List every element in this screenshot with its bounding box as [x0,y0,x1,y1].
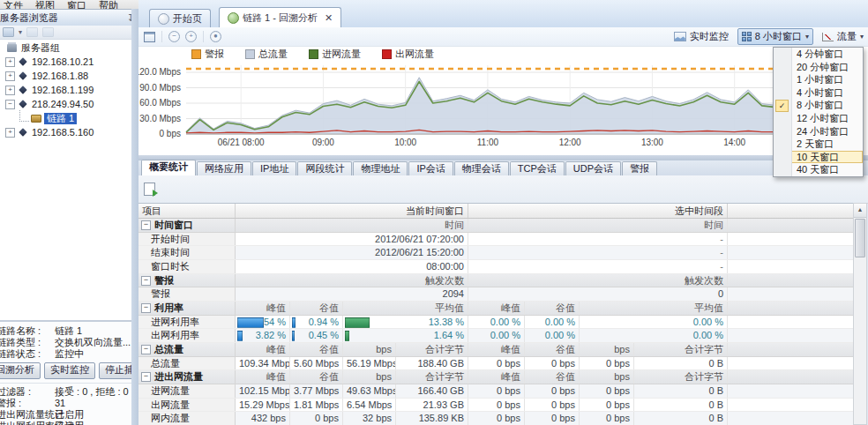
vertical-scrollbar[interactable]: ▲ [853,203,867,425]
table-row[interactable]: 警报20940 [138,287,853,302]
menu-item-4分钟窗口[interactable]: 4 分钟窗口 [774,48,863,61]
col-header-selected-range[interactable]: 选中时间段 [468,204,728,218]
menu-item-40天窗口[interactable]: 40 天窗口 [774,163,863,176]
cell-current: 21.93 GB [396,399,468,412]
table-group-row[interactable]: −利用率峰值谷值平均值峰值谷值平均值 [138,302,853,316]
col-header-filler [728,204,853,218]
tab-udp-session[interactable]: UDP会话 [565,161,621,175]
retro-analysis-button[interactable]: 回溯分析 [0,362,41,379]
cell-current: 谷值 [290,302,343,315]
menu-item-20分钟窗口[interactable]: 20 分钟窗口 [774,61,863,74]
cell-filler [728,302,853,315]
tree-root-server-group[interactable]: 服务器组 [0,41,131,55]
col-header-item[interactable]: 项目 [138,204,236,218]
row-label: 进网利用率 [138,316,236,329]
tab-alarms[interactable]: 警报 [622,161,657,175]
chevron-down-icon[interactable]: ▾ [19,28,22,36]
collapse-icon[interactable]: − [141,220,151,230]
tab-tcp-session[interactable]: TCP会话 [510,161,565,175]
menu-window[interactable]: 窗口 [67,0,86,9]
tab-mac-session[interactable]: 物理会话 [454,161,509,175]
collapse-icon[interactable]: − [141,345,151,354]
table-row[interactable]: 进网流量102.15 Mbps3.77 Mbps49.63 Mbps166.40… [138,384,853,399]
realtime-monitor-button[interactable]: 实时监控 [44,362,95,379]
date-range-icon[interactable] [142,30,157,44]
svg-text:09:00: 09:00 [312,138,334,147]
tab-label: 开始页 [173,12,202,26]
menu-item-2天窗口[interactable]: 2 天窗口 [774,138,863,151]
table-group-row[interactable]: −进出网流量峰值谷值bps合计字节峰值谷值bps合计字节 [138,370,853,384]
menu-file[interactable]: 文件 [4,0,23,9]
tree-label: 192.168.1.199 [32,85,94,95]
tab-link-analysis[interactable]: 链路 1 - 回溯分析✕ [219,7,341,27]
time-window-dropdown-button[interactable]: 8 小时窗口 ▾ [737,28,813,45]
tab-ip-session[interactable]: IP会话 [408,161,453,175]
zoom-in-icon[interactable]: + [183,30,198,44]
table-row[interactable]: 总流量109.34 Mbps5.60 Mbps56.19 Mbps188.40 … [138,357,853,371]
cell-filler [728,260,853,273]
export-icon[interactable] [144,183,155,196]
col-header-current-window[interactable]: 当前时间窗口 [236,204,468,218]
table-group-row[interactable]: −警报触发次数触发次数 [138,274,853,288]
table-group-row[interactable]: −时间窗口时间时间 [138,219,853,233]
table-row[interactable]: 窗口时长08:00:00- [138,260,853,274]
tab-network-app[interactable]: 网络应用 [197,161,251,175]
tree-expander-icon[interactable]: + [5,71,15,81]
table-row[interactable]: 开始时间2012/06/21 07:20:00- [138,233,853,247]
tree-view-icon[interactable] [3,27,14,37]
tab-mac-address[interactable]: 物理地址 [353,161,408,175]
zoom-out-icon[interactable]: − [167,30,182,44]
tree-item-link[interactable]: 链路 1 [0,111,131,125]
traffic-chart[interactable]: 120.0 Mbps90.0 Mbps60.0 Mbps30.0 Mbps0 b… [138,60,868,155]
menu-item-24小时窗口[interactable]: 24 小时窗口 [774,125,863,138]
close-icon[interactable]: ✕ [325,12,333,24]
table-row[interactable]: 网内流量432 bps0 bps32 bps135.89 KB0 bps0 bp… [138,412,853,425]
table-row[interactable]: 进网利用率25.54 %0.94 %13.38 %0.00 %0.00 %0.0… [138,316,853,330]
table-row[interactable]: 结束时间2012/06/21 15:20:00- [138,246,853,260]
tab-ip-address[interactable]: IP地址 [252,161,296,175]
menu-item-8小时窗口[interactable]: ✓8 小时窗口 [774,99,863,112]
menu-item-label: 2 天窗口 [797,138,834,151]
tab-segment-stats[interactable]: 网段统计 [297,161,352,175]
value-bar [345,331,349,341]
menu-item-10天窗口[interactable]: 10 天窗口 [774,151,863,164]
collapse-icon[interactable]: − [141,276,151,286]
scroll-up-arrow[interactable]: ▲ [854,204,866,218]
cell-filler [728,329,853,342]
tree-expander-icon[interactable]: + [5,128,15,138]
cell-filler [728,343,853,356]
table-row[interactable]: 出网利用率3.82 %0.45 %1.64 %0.00 %0.00 %0.00 … [138,329,853,343]
svg-text:90.0 Mbps: 90.0 Mbps [139,83,181,93]
menu-help[interactable]: 帮助 [99,0,118,9]
table-row[interactable]: 出网流量15.29 Mbps1.81 Mbps6.54 Mbps21.93 GB… [138,399,853,413]
collapse-icon[interactable]: − [141,372,151,382]
tree-expander-icon[interactable]: − [5,100,15,109]
cell-selected: 峰值 [468,343,525,356]
menu-item-4小时窗口[interactable]: 4 小时窗口 [774,86,863,100]
table-group-row[interactable]: −总流量峰值谷值bps合计字节峰值谷值bps合计字节 [138,343,853,357]
value-bar [292,331,295,341]
collapse-icon[interactable]: − [141,303,151,313]
cell-current: 谷值 [290,343,343,356]
menu-item-1小时窗口[interactable]: 1 小时窗口 [774,73,863,86]
tree-expander-icon[interactable]: + [5,57,15,67]
scrollbar-thumb[interactable] [855,219,865,257]
check-icon: ✓ [775,100,789,112]
cell-selected: bps [580,343,634,356]
cell-selected: 0 bps [468,412,525,425]
vertical-splitter[interactable] [131,9,138,425]
flow-type-dropdown-button[interactable]: 流量 ▾ [819,29,867,44]
menu-view[interactable]: 视图 [35,0,55,9]
svg-text:60.0 Mbps: 60.0 Mbps [139,98,181,108]
info-row: 链路状态 :监控中 [0,348,131,360]
tree-item-server[interactable]: +192.168.1.199 [0,83,131,97]
tree-item-server[interactable]: +192.168.5.160 [0,125,131,139]
tree-item-server[interactable]: +192.168.10.21 [0,55,131,69]
tree-item-server[interactable]: +192.168.1.88 [0,69,131,83]
menu-item-12小时窗口[interactable]: 12 小时窗口 [774,112,863,125]
tree-expander-icon[interactable]: + [5,86,15,95]
marker-icon[interactable]: ● [208,30,223,44]
tab-summary[interactable]: 概要统计 [141,160,196,175]
realtime-monitor-button[interactable]: 实时监控 [670,29,732,44]
tab-start-page[interactable]: 开始页 [149,9,211,27]
